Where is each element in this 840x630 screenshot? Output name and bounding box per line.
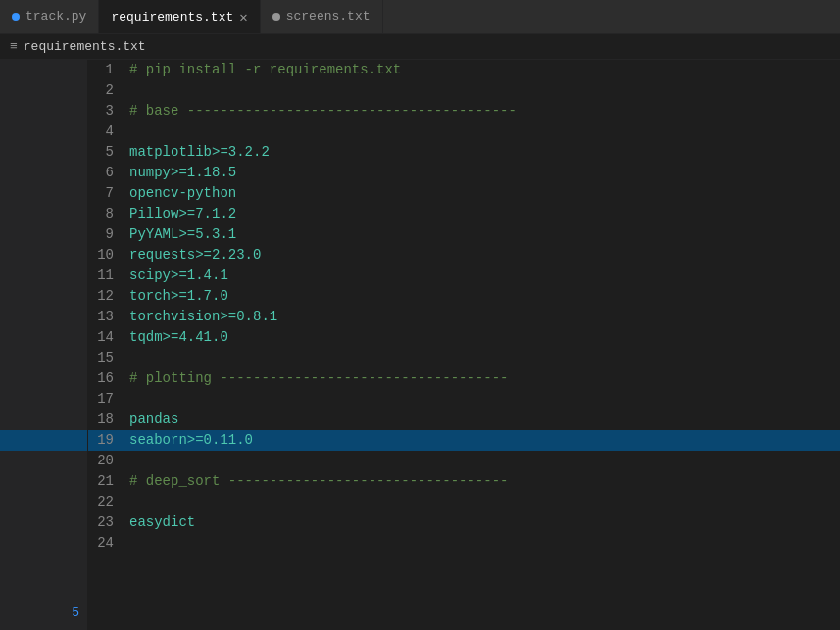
line-18: 18 pandas xyxy=(88,410,840,430)
line-21: 21 # deep_sort -------------------------… xyxy=(88,471,840,492)
line-num-18: 18 xyxy=(88,410,129,430)
line-content-11: scipy>=1.4.1 xyxy=(129,266,228,286)
line-15: 15 xyxy=(88,348,840,368)
line-10: 10 requests>=2.23.0 xyxy=(88,245,840,266)
line-num-17: 17 xyxy=(88,389,129,410)
line-content-13: torchvision>=0.8.1 xyxy=(129,307,277,327)
sidebar-highlight xyxy=(0,430,87,451)
line-22: 22 xyxy=(88,492,840,512)
line-content-9: PyYAML>=5.3.1 xyxy=(129,224,236,245)
line-content-19: seaborn>=0.11.0 xyxy=(129,430,253,451)
line-5: 5 matplotlib>=3.2.2 xyxy=(88,142,840,163)
line-content-7: opencv-python xyxy=(129,183,236,204)
line-num-22: 22 xyxy=(88,492,129,512)
line-19: 19 seaborn>=0.11.0 xyxy=(88,430,840,451)
tab-track[interactable]: track.py xyxy=(0,0,99,33)
line-num-16: 16 xyxy=(88,368,129,389)
tab-screens[interactable]: screens.txt xyxy=(261,0,383,33)
line-content-6: numpy>=1.18.5 xyxy=(129,163,236,183)
line-num-15: 15 xyxy=(88,348,129,368)
line-num-6: 6 xyxy=(88,163,129,183)
line-7: 7 opencv-python xyxy=(88,183,840,204)
menu-icon: ≡ xyxy=(10,39,18,54)
line-num-14: 14 xyxy=(88,327,129,348)
line-2: 2 xyxy=(88,80,840,101)
line-content-21: # deep_sort ----------------------------… xyxy=(129,471,508,492)
line-1: 1 # pip install -r requirements.txt xyxy=(88,60,840,80)
line-content-5: matplotlib>=3.2.2 xyxy=(129,142,270,163)
line-num-23: 23 xyxy=(88,512,129,533)
line-content-8: Pillow>=7.1.2 xyxy=(129,204,236,224)
tab-requirements[interactable]: requirements.txt ✕ xyxy=(99,0,260,33)
line-content-10: requests>=2.23.0 xyxy=(129,245,261,266)
line-20: 20 xyxy=(88,451,840,471)
code-lines: 1 # pip install -r requirements.txt 2 3 … xyxy=(88,60,840,554)
line-num-24: 24 xyxy=(88,533,129,554)
line-num-11: 11 xyxy=(88,266,129,286)
line-num-19: 19 xyxy=(88,430,129,451)
breadcrumb-bar: ≡ requirements.txt xyxy=(0,34,840,60)
line-num-5: 5 xyxy=(88,142,129,163)
sidebar: 5 xyxy=(0,60,88,630)
track-tab-dot xyxy=(12,13,20,21)
line-3: 3 # base -------------------------------… xyxy=(88,101,840,121)
line-content-12: torch>=1.7.0 xyxy=(129,286,228,307)
main-area: 5 1 # pip install -r requirements.txt 2 … xyxy=(0,60,840,630)
requirements-tab-label: requirements.txt xyxy=(111,10,233,24)
breadcrumb: requirements.txt xyxy=(24,39,146,54)
line-4: 4 xyxy=(88,121,840,142)
line-num-12: 12 xyxy=(88,286,129,307)
line-num-4: 4 xyxy=(88,121,129,142)
screens-tab-label: screens.txt xyxy=(286,9,371,24)
line-14: 14 tqdm>=4.41.0 xyxy=(88,327,840,348)
line-6: 6 numpy>=1.18.5 xyxy=(88,163,840,183)
line-content-18: pandas xyxy=(129,410,178,430)
line-num-13: 13 xyxy=(88,307,129,327)
screens-tab-dot xyxy=(272,13,280,21)
line-16: 16 # plotting --------------------------… xyxy=(88,368,840,389)
line-17: 17 xyxy=(88,389,840,410)
line-24: 24 xyxy=(88,533,840,554)
editor-area[interactable]: 1 # pip install -r requirements.txt 2 3 … xyxy=(88,60,840,630)
line-content-3: # base ---------------------------------… xyxy=(129,101,517,121)
line-num-8: 8 xyxy=(88,204,129,224)
track-tab-label: track.py xyxy=(25,9,86,24)
line-23: 23 easydict xyxy=(88,512,840,533)
line-content-23: easydict xyxy=(129,512,195,533)
line-11: 11 scipy>=1.4.1 xyxy=(88,266,840,286)
line-content-1: # pip install -r requirements.txt xyxy=(129,60,401,80)
line-num-2: 2 xyxy=(88,80,129,101)
line-12: 12 torch>=1.7.0 xyxy=(88,286,840,307)
line-num-10: 10 xyxy=(88,245,129,266)
line-num-3: 3 xyxy=(88,101,129,121)
line-num-1: 1 xyxy=(88,60,129,80)
line-num-21: 21 xyxy=(88,471,129,492)
line-num-20: 20 xyxy=(88,451,129,471)
line-content-14: tqdm>=4.41.0 xyxy=(129,327,228,348)
line-num-9: 9 xyxy=(88,224,129,245)
line-8: 8 Pillow>=7.1.2 xyxy=(88,204,840,224)
line-content-16: # plotting -----------------------------… xyxy=(129,368,508,389)
line-13: 13 torchvision>=0.8.1 xyxy=(88,307,840,327)
tab-bar: track.py requirements.txt ✕ screens.txt xyxy=(0,0,840,34)
requirements-close-icon[interactable]: ✕ xyxy=(239,9,247,25)
line-9: 9 PyYAML>=5.3.1 xyxy=(88,224,840,245)
sidebar-number: 5 xyxy=(72,606,79,620)
line-num-7: 7 xyxy=(88,183,129,204)
